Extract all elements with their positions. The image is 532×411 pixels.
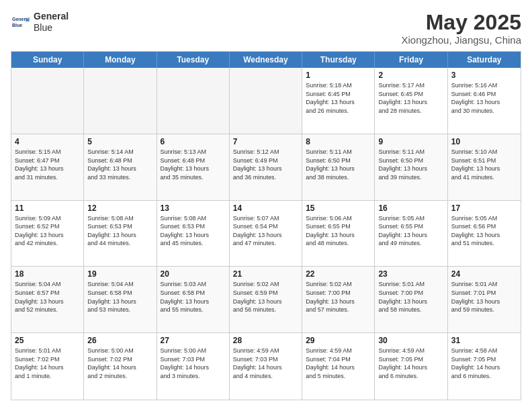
- day-cell-15: 15Sunrise: 5:06 AM Sunset: 6:55 PM Dayli…: [302, 201, 375, 267]
- cell-detail: Sunrise: 5:01 AM Sunset: 7:02 PM Dayligh…: [15, 347, 80, 380]
- cell-detail: Sunrise: 5:13 AM Sunset: 6:48 PM Dayligh…: [161, 148, 226, 181]
- day-number: 6: [161, 137, 226, 146]
- cell-detail: Sunrise: 5:11 AM Sunset: 6:50 PM Dayligh…: [306, 148, 371, 181]
- cell-detail: Sunrise: 5:05 AM Sunset: 6:56 PM Dayligh…: [451, 214, 517, 248]
- cell-detail: Sunrise: 5:05 AM Sunset: 6:55 PM Dayligh…: [378, 214, 443, 248]
- logo-text: General Blue: [34, 11, 69, 34]
- day-cell-24: 24Sunrise: 5:01 AM Sunset: 7:01 PM Dayli…: [448, 267, 521, 332]
- header-day-saturday: Saturday: [448, 52, 521, 68]
- day-cell-3: 3Sunrise: 5:16 AM Sunset: 6:46 PM Daylig…: [448, 68, 521, 134]
- svg-text:Blue: Blue: [12, 23, 22, 28]
- day-cell-12: 12Sunrise: 5:08 AM Sunset: 6:53 PM Dayli…: [84, 201, 157, 267]
- day-cell-19: 19Sunrise: 5:04 AM Sunset: 6:58 PM Dayli…: [84, 267, 157, 332]
- cell-detail: Sunrise: 5:14 AM Sunset: 6:48 PM Dayligh…: [87, 148, 152, 181]
- day-number: 12: [87, 203, 152, 213]
- day-number: 23: [378, 269, 443, 279]
- day-number: 25: [15, 336, 80, 345]
- week-2: 4Sunrise: 5:15 AM Sunset: 6:47 PM Daylig…: [11, 134, 521, 201]
- header-day-wednesday: Wednesday: [230, 52, 302, 68]
- day-number: 4: [15, 137, 80, 146]
- title-block: May 2025 Xiongzhou, Jiangsu, China: [402, 11, 521, 46]
- day-number: 2: [378, 71, 443, 80]
- day-cell-25: 25Sunrise: 5:01 AM Sunset: 7:02 PM Dayli…: [11, 333, 84, 400]
- cell-detail: Sunrise: 5:06 AM Sunset: 6:55 PM Dayligh…: [306, 214, 371, 248]
- cell-detail: Sunrise: 5:01 AM Sunset: 7:00 PM Dayligh…: [378, 280, 443, 314]
- calendar: SundayMondayTuesdayWednesdayThursdayFrid…: [11, 51, 521, 400]
- day-number: 15: [306, 203, 371, 213]
- day-number: 8: [306, 137, 371, 146]
- header-day-monday: Monday: [84, 52, 157, 68]
- calendar-header: SundayMondayTuesdayWednesdayThursdayFrid…: [11, 52, 521, 68]
- cell-detail: Sunrise: 5:03 AM Sunset: 6:58 PM Dayligh…: [161, 280, 226, 314]
- cell-detail: Sunrise: 5:07 AM Sunset: 6:54 PM Dayligh…: [233, 214, 298, 248]
- day-cell-1: 1Sunrise: 5:18 AM Sunset: 6:45 PM Daylig…: [302, 68, 375, 134]
- empty-cell: [84, 68, 157, 134]
- cell-detail: Sunrise: 4:59 AM Sunset: 7:05 PM Dayligh…: [378, 347, 443, 380]
- page: General Blue General Blue May 2025 Xiong…: [0, 0, 532, 411]
- day-number: 14: [233, 203, 298, 213]
- day-number: 29: [306, 336, 371, 345]
- day-number: 5: [87, 137, 152, 146]
- day-cell-11: 11Sunrise: 5:09 AM Sunset: 6:52 PM Dayli…: [11, 201, 84, 267]
- header-day-sunday: Sunday: [11, 52, 84, 68]
- logo-general: General: [34, 11, 69, 22]
- day-number: 28: [233, 336, 298, 345]
- day-cell-17: 17Sunrise: 5:05 AM Sunset: 6:56 PM Dayli…: [448, 201, 521, 267]
- day-cell-10: 10Sunrise: 5:10 AM Sunset: 6:51 PM Dayli…: [448, 134, 521, 200]
- cell-detail: Sunrise: 5:02 AM Sunset: 7:00 PM Dayligh…: [306, 280, 371, 314]
- month-year: May 2025: [402, 11, 521, 34]
- cell-detail: Sunrise: 5:18 AM Sunset: 6:45 PM Dayligh…: [306, 81, 371, 115]
- day-number: 9: [378, 137, 443, 146]
- logo-icon: General Blue: [11, 12, 31, 32]
- empty-cell: [230, 68, 302, 134]
- week-5: 25Sunrise: 5:01 AM Sunset: 7:02 PM Dayli…: [11, 333, 521, 400]
- day-cell-6: 6Sunrise: 5:13 AM Sunset: 6:48 PM Daylig…: [157, 134, 230, 200]
- day-cell-27: 27Sunrise: 5:00 AM Sunset: 7:03 PM Dayli…: [157, 333, 230, 400]
- cell-detail: Sunrise: 5:12 AM Sunset: 6:49 PM Dayligh…: [233, 148, 298, 181]
- day-cell-26: 26Sunrise: 5:00 AM Sunset: 7:02 PM Dayli…: [84, 333, 157, 400]
- day-cell-5: 5Sunrise: 5:14 AM Sunset: 6:48 PM Daylig…: [84, 134, 157, 200]
- day-number: 26: [87, 336, 152, 345]
- cell-detail: Sunrise: 5:08 AM Sunset: 6:53 PM Dayligh…: [161, 214, 226, 248]
- day-cell-20: 20Sunrise: 5:03 AM Sunset: 6:58 PM Dayli…: [157, 267, 230, 332]
- cell-detail: Sunrise: 4:59 AM Sunset: 7:04 PM Dayligh…: [306, 347, 371, 380]
- day-number: 13: [161, 203, 226, 213]
- day-cell-16: 16Sunrise: 5:05 AM Sunset: 6:55 PM Dayli…: [375, 201, 447, 267]
- week-3: 11Sunrise: 5:09 AM Sunset: 6:52 PM Dayli…: [11, 201, 521, 267]
- week-1: 1Sunrise: 5:18 AM Sunset: 6:45 PM Daylig…: [11, 68, 521, 134]
- cell-detail: Sunrise: 5:09 AM Sunset: 6:52 PM Dayligh…: [15, 214, 80, 248]
- day-number: 11: [15, 203, 80, 213]
- day-number: 20: [161, 269, 226, 279]
- cell-detail: Sunrise: 4:59 AM Sunset: 7:03 PM Dayligh…: [233, 347, 298, 380]
- day-cell-13: 13Sunrise: 5:08 AM Sunset: 6:53 PM Dayli…: [157, 201, 230, 267]
- day-cell-2: 2Sunrise: 5:17 AM Sunset: 6:45 PM Daylig…: [375, 68, 447, 134]
- day-number: 18: [15, 269, 80, 279]
- day-cell-29: 29Sunrise: 4:59 AM Sunset: 7:04 PM Dayli…: [302, 333, 375, 400]
- day-number: 7: [233, 137, 298, 146]
- empty-cell: [157, 68, 230, 134]
- cell-detail: Sunrise: 5:04 AM Sunset: 6:58 PM Dayligh…: [87, 280, 152, 314]
- cell-detail: Sunrise: 5:01 AM Sunset: 7:01 PM Dayligh…: [451, 280, 517, 314]
- day-number: 3: [451, 71, 517, 80]
- day-number: 24: [451, 269, 517, 279]
- day-cell-14: 14Sunrise: 5:07 AM Sunset: 6:54 PM Dayli…: [230, 201, 302, 267]
- header-day-tuesday: Tuesday: [157, 52, 230, 68]
- day-cell-21: 21Sunrise: 5:02 AM Sunset: 6:59 PM Dayli…: [230, 267, 302, 332]
- header: General Blue General Blue May 2025 Xiong…: [11, 11, 521, 46]
- day-number: 16: [378, 203, 443, 213]
- cell-detail: Sunrise: 5:10 AM Sunset: 6:51 PM Dayligh…: [451, 148, 517, 181]
- day-cell-18: 18Sunrise: 5:04 AM Sunset: 6:57 PM Dayli…: [11, 267, 84, 332]
- header-day-thursday: Thursday: [302, 52, 375, 68]
- cell-detail: Sunrise: 5:08 AM Sunset: 6:53 PM Dayligh…: [87, 214, 152, 248]
- empty-cell: [11, 68, 84, 134]
- day-cell-30: 30Sunrise: 4:59 AM Sunset: 7:05 PM Dayli…: [375, 333, 447, 400]
- day-cell-22: 22Sunrise: 5:02 AM Sunset: 7:00 PM Dayli…: [302, 267, 375, 332]
- cell-detail: Sunrise: 5:15 AM Sunset: 6:47 PM Dayligh…: [15, 148, 80, 181]
- cell-detail: Sunrise: 5:00 AM Sunset: 7:02 PM Dayligh…: [87, 347, 152, 380]
- calendar-body: 1Sunrise: 5:18 AM Sunset: 6:45 PM Daylig…: [11, 68, 521, 400]
- cell-detail: Sunrise: 4:58 AM Sunset: 7:05 PM Dayligh…: [451, 347, 517, 380]
- day-cell-28: 28Sunrise: 4:59 AM Sunset: 7:03 PM Dayli…: [230, 333, 302, 400]
- day-number: 27: [161, 336, 226, 345]
- day-cell-4: 4Sunrise: 5:15 AM Sunset: 6:47 PM Daylig…: [11, 134, 84, 200]
- day-cell-9: 9Sunrise: 5:11 AM Sunset: 6:50 PM Daylig…: [375, 134, 447, 200]
